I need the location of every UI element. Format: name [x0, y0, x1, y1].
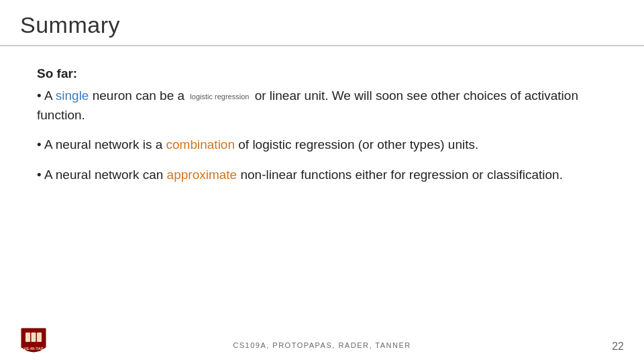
svg-rect-2 — [37, 333, 42, 342]
bullet-text-1: • A single neuron can be a logistic regr… — [37, 86, 607, 125]
slide: Summary So far: • A single neuron can be… — [0, 0, 644, 362]
bullet-text-3: • A neural network can approximate non-l… — [37, 166, 607, 185]
bullet1-middle1: neuron can be a — [89, 88, 188, 103]
bullet-item-2: • A neural network is a combination of l… — [37, 135, 607, 155]
slide-content: So far: • A single neuron can be a logis… — [0, 46, 644, 362]
so-far-label: So far: — [37, 66, 607, 81]
bullet3-highlight-approximate: approximate — [167, 168, 237, 182]
bullet2-highlight-combination: combination — [166, 137, 235, 152]
bullet1-highlight-single: single — [56, 88, 89, 103]
slide-footer: VE-RI-TAS CS109A, Protopapas, Rader, Tan… — [0, 328, 644, 362]
footer-course: CS109A, Protopapas, Rader, Tanner — [233, 341, 411, 349]
bullet2-prefix: • A neural network is a — [37, 137, 166, 152]
bullet1-small: logistic regression — [190, 93, 249, 101]
slide-header: Summary — [0, 0, 644, 46]
bullet3-prefix: • A neural network can — [37, 168, 167, 182]
bullet-item-3: • A neural network can approximate non-l… — [37, 166, 607, 185]
footer-logo: VE-RI-TAS — [20, 327, 47, 357]
bullet-text-2: • A neural network is a combination of l… — [37, 135, 607, 155]
bullet-item-1: • A single neuron can be a logistic regr… — [37, 86, 607, 125]
slide-title: Summary — [20, 12, 624, 38]
harvard-shield-icon: VE-RI-TAS — [20, 327, 47, 357]
bullet1-prefix: • A — [37, 88, 56, 103]
bullet2-rest: of logistic regression (or other types) … — [235, 137, 478, 152]
bullet3-rest: non-linear functions either for regressi… — [237, 168, 563, 182]
svg-text:VE-RI-TAS: VE-RI-TAS — [23, 347, 44, 351]
page-number: 22 — [612, 341, 624, 353]
svg-rect-0 — [25, 333, 30, 342]
svg-rect-1 — [32, 333, 36, 342]
